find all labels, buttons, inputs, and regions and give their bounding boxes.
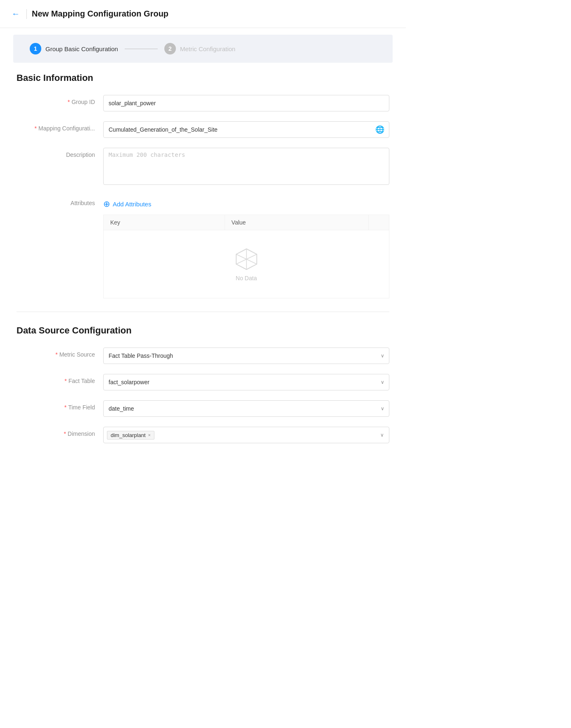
mapping-input-wrapper: 🌐 (103, 121, 389, 138)
mapping-config-label: *Mapping Configurati... (17, 121, 95, 133)
page-title: New Mapping Configuration Group (32, 9, 168, 19)
metric-source-field: Fact Table Pass-Through ∨ (103, 347, 389, 364)
step-1-label: Group Basic Configuration (45, 45, 118, 52)
data-source-title: Data Source Configuration (17, 325, 389, 336)
description-row: Description (17, 148, 389, 187)
description-field (103, 148, 389, 187)
group-id-label: *Group ID (17, 95, 95, 106)
dimension-field: dim_solarplant × ∨ (103, 427, 389, 443)
header-divider (26, 9, 27, 19)
dimension-tag-text: dim_solarplant (111, 432, 146, 438)
dimension-tag-input[interactable]: dim_solarplant × ∨ (103, 427, 389, 443)
globe-icon[interactable]: 🌐 (375, 125, 384, 134)
fact-table-row: *Fact Table fact_solarpower ∨ (17, 374, 389, 390)
fact-table-field: fact_solarpower ∨ (103, 374, 389, 390)
mapping-config-field: 🌐 (103, 121, 389, 138)
attributes-table: Key Value (103, 215, 389, 298)
no-data-row: No Data (104, 230, 389, 298)
required-star-6: * (64, 430, 66, 437)
metric-source-select[interactable]: Fact Table Pass-Through (103, 347, 389, 364)
dimension-tag: dim_solarplant × (107, 431, 154, 440)
dimension-tag-close-icon[interactable]: × (148, 433, 151, 437)
attributes-row: Attributes ⊕ Add Attributes Key Value (17, 196, 389, 298)
no-data-text: No Data (104, 275, 389, 281)
no-data-cube-icon (234, 247, 259, 272)
step-2-circle: 2 (164, 43, 176, 54)
main-content: Basic Information *Group ID *Mapping Con… (0, 73, 406, 470)
mapping-config-input[interactable] (103, 121, 389, 138)
time-field-select-wrapper: date_time ∨ (103, 400, 389, 417)
no-data-cell: No Data (104, 230, 389, 298)
time-field-select[interactable]: date_time (103, 400, 389, 417)
group-id-row: *Group ID (17, 95, 389, 111)
fact-table-select-wrapper: fact_solarpower ∨ (103, 374, 389, 390)
time-field-field: date_time ∨ (103, 400, 389, 417)
required-star-4: * (64, 378, 66, 384)
dimension-chevron-icon: ∨ (380, 432, 384, 438)
step-1: 1 Group Basic Configuration (30, 43, 118, 54)
step-2-label: Metric Configuration (180, 45, 235, 52)
page-header: ← New Mapping Configuration Group (0, 0, 406, 28)
description-label: Description (17, 148, 95, 159)
time-field-row: *Time Field date_time ∨ (17, 400, 389, 417)
required-star-3: * (55, 351, 57, 358)
step-2: 2 Metric Configuration (164, 43, 235, 54)
group-id-input[interactable] (103, 95, 389, 111)
description-textarea[interactable] (103, 148, 389, 185)
add-attributes-label: Add Attributes (113, 201, 151, 208)
step-1-circle: 1 (30, 43, 41, 54)
dimension-label: *Dimension (17, 427, 95, 438)
mapping-config-row: *Mapping Configurati... 🌐 (17, 121, 389, 138)
stepper: 1 Group Basic Configuration 2 Metric Con… (13, 35, 393, 63)
back-button[interactable]: ← (10, 7, 21, 20)
col-value: Value (225, 215, 368, 230)
metric-source-select-wrapper: Fact Table Pass-Through ∨ (103, 347, 389, 364)
required-star: * (68, 99, 70, 105)
step-connector (125, 49, 158, 49)
plus-circle-icon: ⊕ (103, 199, 110, 209)
time-field-label: *Time Field (17, 400, 95, 412)
metric-source-row: *Metric Source Fact Table Pass-Through ∨ (17, 347, 389, 364)
back-arrow-icon: ← (12, 9, 20, 19)
fact-table-select[interactable]: fact_solarpower (103, 374, 389, 390)
group-id-field (103, 95, 389, 111)
attributes-label: Attributes (17, 196, 95, 206)
dimension-row: *Dimension dim_solarplant × ∨ (17, 427, 389, 443)
basic-info-title: Basic Information (17, 73, 389, 83)
attributes-field: ⊕ Add Attributes Key Value (103, 196, 389, 298)
section-divider (17, 312, 389, 312)
col-action (369, 215, 389, 230)
metric-source-label: *Metric Source (17, 347, 95, 359)
required-star-5: * (64, 404, 66, 411)
fact-table-label: *Fact Table (17, 374, 95, 385)
col-key: Key (104, 215, 225, 230)
required-star-2: * (35, 125, 37, 132)
add-attributes-button[interactable]: ⊕ Add Attributes (103, 196, 151, 211)
